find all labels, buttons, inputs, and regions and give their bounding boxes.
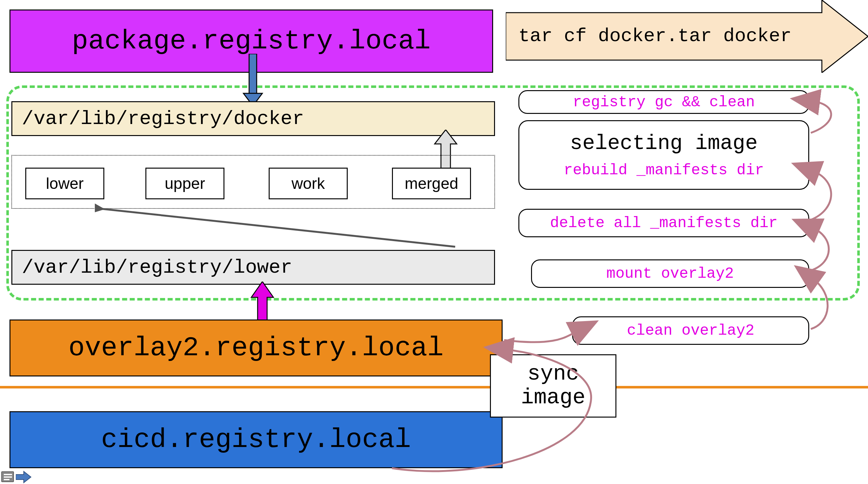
overlay-dir-lower: lower	[25, 168, 104, 199]
sync-image-box: sync image	[490, 354, 616, 418]
slide-notes-icon[interactable]	[1, 471, 14, 482]
overlay-dir-upper: upper	[146, 168, 224, 199]
overlay2-registry-label: overlay2.registry.local	[69, 333, 444, 364]
step-selecting: selecting image rebuild _manifests dir	[518, 120, 809, 190]
overlay-dir-merged: merged	[392, 168, 471, 199]
lower-path-label: /var/lib/registry/lower	[22, 256, 292, 279]
tar-command-label: tar cf docker.tar docker	[518, 25, 835, 47]
package-registry-label: package.registry.local	[72, 26, 431, 57]
step-clean: clean overlay2	[572, 316, 809, 345]
docker-path-box: /var/lib/registry/docker	[11, 101, 495, 136]
orange-divider	[0, 386, 868, 389]
step-selecting-title: selecting image	[570, 132, 758, 155]
docker-path-label: /var/lib/registry/docker	[22, 108, 304, 130]
step-mount: mount overlay2	[531, 259, 809, 288]
svg-marker-8	[16, 471, 31, 483]
step-gc: registry gc && clean	[518, 90, 809, 114]
package-registry-box: package.registry.local	[9, 9, 493, 73]
overlay-dir-work: work	[269, 168, 348, 199]
step-rebuild: rebuild _manifests dir	[564, 162, 764, 179]
slide-next-icon[interactable]	[16, 471, 32, 483]
lower-path-box: /var/lib/registry/lower	[11, 250, 495, 285]
cicd-registry-label: cicd.registry.local	[101, 424, 411, 455]
overlay2-registry-box: overlay2.registry.local	[9, 319, 503, 376]
cicd-registry-box: cicd.registry.local	[9, 411, 503, 468]
step-delete: delete all _manifests dir	[518, 209, 809, 237]
